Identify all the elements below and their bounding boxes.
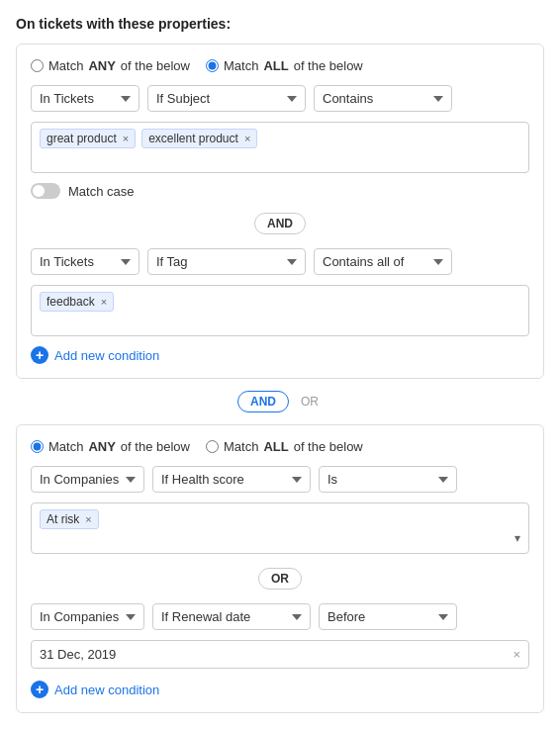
match-any-option-1[interactable]: Match ANY of the below [31,58,190,73]
match-all-bold-2: ALL [263,439,288,454]
tag-label: feedback [47,295,95,309]
outer-connector-row: AND OR [16,391,544,412]
tag-label: excellent product [148,132,238,145]
filter-row-3: In Companies If Health score Is [31,466,529,493]
tag-remove-excellent-product[interactable]: × [244,133,250,144]
match-any-option-2[interactable]: Match ANY of the below [31,439,190,454]
and-connector-btn-1[interactable]: AND [254,213,306,234]
filter-row-4: In Companies If Renewal date Before [31,603,529,630]
add-icon-2: + [31,681,48,698]
match-any-radio-1[interactable] [31,59,44,72]
in-select-2[interactable]: In Tickets [31,248,140,275]
add-condition-label-2: Add new condition [54,683,159,697]
condition-block-2: Match ANY of the below Match ALL of the … [16,424,544,713]
tag-great-product: great product × [40,129,136,148]
match-case-toggle[interactable] [31,183,60,199]
outer-and-btn[interactable]: AND [237,391,289,412]
add-icon-1: + [31,346,48,364]
condition-select-1[interactable]: Contains [314,85,452,112]
match-any-bold-2: ANY [88,439,115,454]
in-select-1[interactable]: In Tickets [31,85,140,112]
match-row-1: Match ANY of the below Match ALL of the … [31,58,529,73]
match-all-option-2[interactable]: Match ALL of the below [206,439,363,454]
if-select-2[interactable]: If Tag [147,248,306,275]
date-field[interactable]: 31 Dec, 2019 × [31,640,529,669]
match-any-radio-2[interactable] [31,440,44,453]
tag-label: At risk [47,512,79,526]
and-connector-row-1: AND [31,213,529,234]
if-select-3[interactable]: If Health score [152,466,311,493]
tag-remove-feedback[interactable]: × [101,296,107,308]
match-case-row: Match case [31,183,529,199]
match-all-radio-1[interactable] [206,59,219,72]
condition-select-2[interactable]: Contains all of [314,248,452,275]
condition-block-1: Match ANY of the below Match ALL of the … [16,44,544,379]
tags-area-2: feedback × [31,285,529,336]
add-condition-btn-1[interactable]: + Add new condition [31,346,529,364]
match-case-label: Match case [68,184,134,199]
match-all-option-1[interactable]: Match ALL of the below [206,58,363,73]
or-connector-row-2: OR [31,568,529,590]
match-all-bold-1: ALL [263,58,288,73]
in-select-3[interactable]: In Companies [31,466,144,493]
tag-label: great product [47,132,117,145]
date-close-icon[interactable]: × [513,647,520,662]
tag-feedback: feedback × [40,292,114,312]
match-row-2: Match ANY of the below Match ALL of the … [31,439,529,454]
filter-row-1: In Tickets If Subject Contains [31,85,529,112]
condition-select-4[interactable]: Before [319,603,457,630]
tag-at-risk: At risk × [40,509,99,529]
filter-row-2: In Tickets If Tag Contains all of [31,248,529,275]
tag-remove-at-risk[interactable]: × [85,513,91,525]
tags-area-3: At risk × [31,502,529,554]
match-all-radio-2[interactable] [206,440,219,453]
date-value: 31 Dec, 2019 [40,647,116,662]
outer-or-text: OR [297,395,323,409]
add-condition-label-1: Add new condition [54,348,159,363]
tag-excellent-product: excellent product × [141,129,257,148]
match-any-bold-1: ANY [88,58,115,73]
section-title: On tickets with these properties: [16,16,544,32]
in-select-4[interactable]: In Companies [31,603,144,630]
tags-area-1: great product × excellent product × [31,122,529,173]
if-select-1[interactable]: If Subject [147,85,306,112]
condition-select-3[interactable]: Is [319,466,457,493]
tag-remove-great-product[interactable]: × [123,133,129,144]
add-condition-btn-2[interactable]: + Add new condition [31,681,529,698]
or-connector-btn-2[interactable]: OR [258,568,302,590]
if-select-4[interactable]: If Renewal date [152,603,311,630]
